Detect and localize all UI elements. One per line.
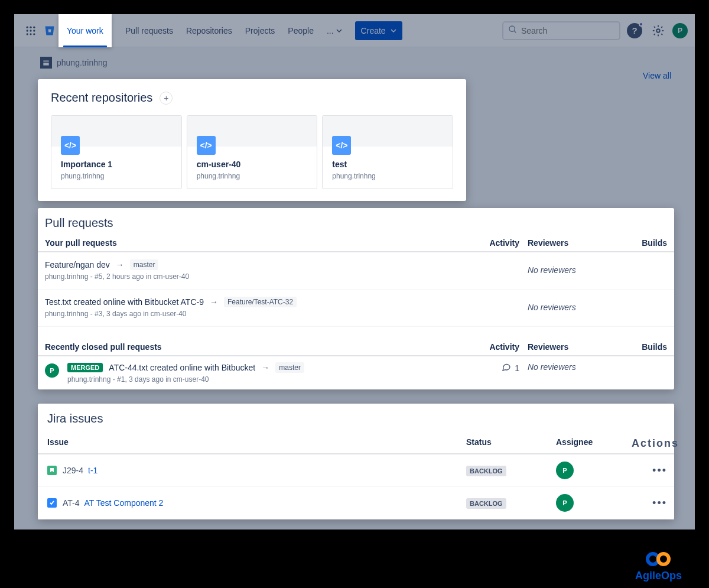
app-switcher-icon[interactable] — [21, 21, 40, 40]
svg-point-3 — [27, 30, 28, 31]
svg-line-10 — [514, 31, 516, 33]
svg-point-7 — [30, 33, 31, 35]
issue-key: AT-4 — [63, 498, 80, 508]
profile-avatar[interactable]: P — [672, 23, 688, 38]
assignee-avatar: P — [556, 494, 574, 512]
pr-reviewers: No reviewers — [519, 259, 620, 281]
svg-point-11 — [656, 29, 660, 33]
create-label: Create — [361, 26, 386, 35]
column-assignee: Assignee — [537, 437, 632, 450]
column-reviewers: Reviewers — [519, 238, 620, 248]
column-actions: Actions — [632, 437, 667, 450]
pr-title: Feature/ngan dev — [45, 260, 110, 269]
create-button[interactable]: Create — [355, 21, 402, 40]
code-icon: </> — [61, 136, 80, 155]
arrow-right-icon: → — [210, 297, 218, 307]
svg-point-2 — [33, 26, 35, 28]
activity-count: 1 — [515, 363, 519, 373]
pr-title: ATC-44.txt created online with Bitbucket — [109, 363, 255, 372]
issue-actions-button[interactable]: ••• — [632, 497, 667, 509]
svg-rect-13 — [43, 63, 48, 66]
code-icon: </> — [197, 136, 216, 155]
svg-point-6 — [27, 33, 28, 35]
pr-reviewers: No reviewers — [519, 362, 620, 372]
svg-point-0 — [27, 26, 28, 28]
arrow-right-icon: → — [261, 363, 269, 372]
pull-requests-heading: Pull requests — [38, 216, 674, 235]
comment-icon — [502, 362, 511, 373]
repo-card[interactable]: </> test phung.trinhng — [322, 115, 453, 189]
pr-meta: #3, 3 days ago in cm-user-40 — [95, 310, 186, 318]
column-reviewers: Reviewers — [519, 342, 620, 352]
repo-owner: phung.trinhng — [187, 172, 317, 180]
more-label: ... — [327, 26, 334, 35]
pull-requests-panel: Pull requests Your pull requests Activit… — [38, 208, 674, 389]
search-input[interactable] — [521, 26, 614, 35]
help-icon: ? — [627, 23, 642, 38]
search-icon — [508, 25, 518, 37]
repo-card[interactable]: </> Importance 1 phung.trinhng — [51, 115, 182, 189]
closed-pr-row[interactable]: P MERGED ATC-44.txt created online with … — [38, 356, 674, 389]
breadcrumb: phung.trinhng — [38, 57, 671, 69]
settings-button[interactable] — [649, 21, 668, 40]
nav-pull-requests[interactable]: Pull requests — [119, 21, 179, 40]
pr-meta: #5, 2 hours ago in cm-user-40 — [95, 272, 189, 281]
pr-author: phung.trinhng — [67, 375, 110, 384]
search-input-wrapper[interactable] — [502, 21, 620, 40]
jira-heading: Jira issues — [38, 412, 674, 434]
column-activity: Activity — [472, 238, 519, 248]
nav-people[interactable]: People — [282, 21, 320, 40]
svg-rect-12 — [43, 61, 48, 62]
repo-owner: phung.trinhng — [323, 172, 453, 180]
chevron-down-icon — [336, 26, 342, 35]
column-issue: Issue — [47, 437, 466, 450]
column-your-prs: Your pull requests — [45, 238, 472, 248]
nav-repositories[interactable]: Repositories — [180, 21, 238, 40]
recent-heading: Recent repositories — [51, 91, 152, 105]
issue-summary: t-1 — [88, 466, 97, 475]
agileops-logo: AgileOps — [635, 552, 682, 582]
bitbucket-logo-icon[interactable] — [41, 25, 58, 37]
column-closed-prs: Recently closed pull requests — [45, 342, 472, 352]
top-nav: Pull requests Repositories Projects Peop… — [14, 14, 695, 47]
breadcrumb-user[interactable]: phung.trinhng — [57, 58, 108, 67]
svg-point-9 — [509, 26, 515, 31]
help-button[interactable]: ? — [625, 21, 644, 40]
agileops-text: AgileOps — [635, 570, 682, 582]
story-icon — [47, 466, 57, 475]
column-builds: Builds — [620, 238, 667, 248]
pr-title: Test.txt created online with Bitbucket A… — [45, 297, 204, 307]
svg-point-4 — [30, 30, 31, 31]
recent-repositories-panel: Recent repositories + </> Importance 1 p… — [38, 79, 466, 201]
svg-point-1 — [30, 26, 31, 28]
status-badge: BACKLOG — [466, 466, 506, 476]
issue-summary: AT Test Component 2 — [84, 498, 164, 508]
column-activity: Activity — [472, 342, 519, 352]
assignee-avatar: P — [556, 462, 574, 479]
column-builds: Builds — [620, 342, 667, 352]
chevron-down-icon — [391, 26, 396, 35]
arrow-right-icon: → — [116, 260, 124, 269]
target-branch-tag: master — [130, 259, 159, 270]
issue-row[interactable]: AT-4 AT Test Component 2 BACKLOG P ••• — [38, 487, 674, 519]
task-icon — [47, 498, 57, 508]
code-icon: </> — [332, 136, 351, 155]
pull-request-row[interactable]: Test.txt created online with Bitbucket A… — [38, 290, 674, 327]
repo-card[interactable]: </> cm-user-40 phung.trinhng — [187, 115, 318, 189]
merged-badge: MERGED — [67, 363, 103, 372]
status-badge: BACKLOG — [466, 498, 506, 509]
column-status: Status — [466, 437, 537, 450]
issue-row[interactable]: J29-4 t-1 BACKLOG P ••• — [38, 454, 674, 487]
target-branch-tag: master — [275, 362, 304, 373]
nav-your-work[interactable]: Your work — [61, 21, 109, 40]
pr-meta: #1, 3 days ago in cm-user-40 — [117, 375, 209, 384]
target-branch-tag: Feature/Test-ATC-32 — [224, 297, 297, 307]
view-all-link[interactable]: View all — [643, 71, 671, 80]
nav-more[interactable]: ... — [321, 21, 348, 40]
nav-projects[interactable]: Projects — [239, 21, 281, 40]
pull-request-row[interactable]: Feature/ngan dev → master phung.trinhng … — [38, 252, 674, 290]
add-repository-button[interactable]: + — [160, 92, 173, 105]
repo-owner: phung.trinhng — [51, 172, 181, 180]
author-avatar: P — [45, 363, 59, 378]
issue-actions-button[interactable]: ••• — [632, 464, 667, 477]
